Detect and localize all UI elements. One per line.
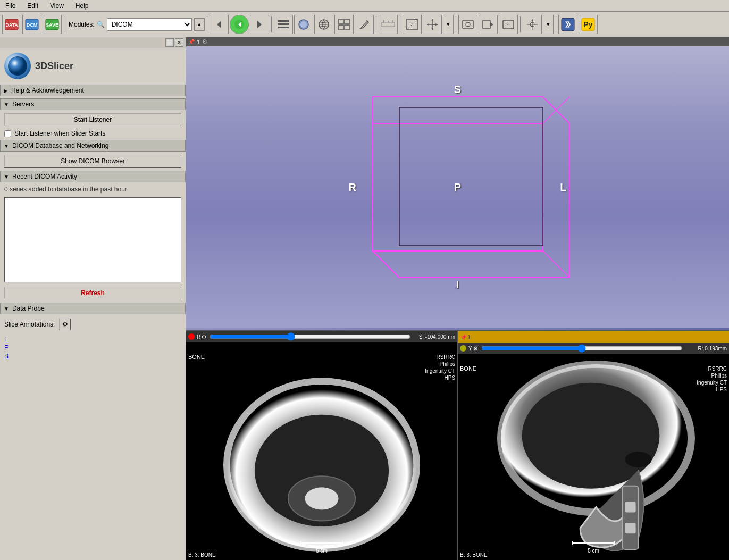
show-dicom-browser-button[interactable]: Show DICOM Browser (4, 155, 181, 168)
svg-text:SAVE: SAVE (46, 22, 58, 28)
lfb-label-b: B (4, 353, 181, 360)
modules-search-icon[interactable]: 🔍 (97, 21, 105, 28)
python-button[interactable]: Py (579, 15, 598, 34)
yellow-scale-bar: 5 cm (572, 540, 615, 554)
wireframe-container: S I R L P (346, 81, 569, 294)
modules-dropdown[interactable]: DICOM Welcome Data Volumes Models Transf… (107, 18, 192, 31)
svg-marker-40 (531, 19, 533, 21)
svg-rect-51 (399, 107, 543, 246)
slice-annotations-row: Slice Annotations: ⚙ (0, 315, 186, 333)
modules-label: Modules: (69, 21, 95, 28)
data-button[interactable]: DATA (2, 15, 21, 34)
svg-rect-16 (339, 19, 343, 24)
svg-marker-9 (257, 21, 262, 28)
svg-rect-10 (278, 20, 289, 22)
slice-annotations-label: Slice Annotations: (4, 321, 55, 328)
nav-forward-button[interactable] (250, 15, 269, 34)
dicom-db-section-title: DICOM Database and Networking (12, 142, 108, 149)
svg-rect-63 (623, 486, 639, 549)
help-section-header[interactable]: ▶ Help & Acknowledgement (0, 85, 186, 96)
separator-2 (207, 16, 207, 32)
data-probe-section-header[interactable]: ▼ Data Probe (0, 303, 186, 314)
volume-button[interactable] (294, 15, 313, 34)
red-slice-r-label: R (197, 334, 200, 340)
refresh-button[interactable]: Refresh (4, 287, 181, 299)
yellow-slice-slider[interactable] (481, 346, 682, 351)
svg-rect-31 (463, 20, 473, 29)
svg-line-49 (543, 251, 569, 278)
svg-text:DATA: DATA (5, 22, 18, 28)
panel-header: ⬜ ✕ (0, 37, 186, 48)
network-button[interactable] (314, 15, 333, 34)
orientation-label-p: P (454, 181, 461, 193)
svg-point-32 (466, 22, 470, 27)
lfb-labels: L F B (0, 333, 186, 362)
red-slice-position: S: -104.000mm (413, 334, 455, 340)
red-slice-gear-icon[interactable]: ⚙ (202, 334, 206, 340)
pen-button[interactable] (355, 15, 374, 34)
crosshair-dropdown[interactable]: ▼ (543, 15, 554, 34)
red-slice-image: RSRRC Philips Ingenuity CT HPS BONE (186, 342, 457, 560)
svg-rect-11 (278, 23, 289, 25)
yellow-slice-gear-icon[interactable]: ⚙ (473, 346, 478, 352)
yellow-header-bar: 📌 1 (458, 331, 729, 343)
svg-line-50 (373, 251, 399, 278)
svg-rect-33 (483, 20, 490, 29)
servers-arrow-icon: ▼ (4, 102, 9, 107)
svg-point-56 (305, 487, 338, 509)
modules-arrow-up[interactable]: ▲ (194, 18, 205, 31)
svg-rect-20 (382, 22, 395, 27)
svg-marker-27 (431, 19, 433, 21)
capture-button[interactable]: SL (499, 15, 518, 34)
yellow-slice-position: R: 0.193mm (684, 346, 727, 352)
nav-back-button[interactable] (230, 15, 249, 34)
screenshot-button[interactable] (458, 15, 477, 34)
dcm-button[interactable]: DCM (22, 15, 41, 34)
list-view-button[interactable] (274, 15, 293, 34)
dicom-db-arrow-icon: ▼ (4, 143, 9, 149)
orientation-label-r: R (349, 181, 356, 193)
orientation-label-i: I (456, 279, 459, 291)
nav-prev-button[interactable] (210, 15, 229, 34)
measure-button[interactable] (379, 15, 398, 34)
window-level-button[interactable] (403, 15, 422, 34)
svg-point-44 (8, 56, 27, 76)
extensions-button[interactable] (558, 15, 577, 34)
menu-help[interactable]: Help (72, 1, 92, 11)
grid-button[interactable] (334, 15, 354, 34)
arrows-button[interactable] (423, 15, 442, 34)
toolbar: DATA DCM SAVE Modules: 🔍 DICOM Welcome D… (0, 12, 729, 37)
menu-file[interactable]: File (2, 1, 19, 11)
right-content: 📌 1 ⚙ (186, 37, 729, 560)
red-slice-header: R ⚙ S: -104.000mm (186, 331, 457, 342)
svg-marker-30 (435, 23, 438, 26)
record-button[interactable] (479, 15, 498, 34)
3d-view-gear-icon[interactable]: ⚙ (202, 38, 207, 45)
crosshair-button[interactable] (523, 15, 542, 34)
data-probe-arrow-icon: ▼ (4, 306, 9, 312)
panel-close-button[interactable]: ✕ (175, 38, 183, 47)
yellow-slice-image: RSRRC Philips Ingenuity CT HPS BONE LY.M (458, 354, 729, 560)
separator-3 (271, 16, 272, 32)
red-scale-bar: 5 cm (300, 540, 343, 554)
servers-section-header[interactable]: ▼ Servers (0, 98, 186, 110)
recent-activity-section-header[interactable]: ▼ Recent DICOM Activity (0, 171, 186, 182)
save-button[interactable]: SAVE (43, 15, 62, 34)
red-slice-view: R ⚙ S: -104.000mm RSRRC Philips Ingenuit… (186, 331, 458, 560)
menu-edit[interactable]: Edit (24, 1, 41, 11)
svg-point-66 (625, 452, 652, 467)
arrows-dropdown[interactable]: ▼ (443, 15, 454, 34)
dicom-db-section-header[interactable]: ▼ DICOM Database and Networking (0, 140, 186, 152)
start-listener-button[interactable]: Start Listener (4, 113, 181, 126)
separator-8 (556, 16, 556, 32)
orientation-label-l: L (560, 181, 566, 193)
start-listener-checkbox[interactable] (4, 130, 11, 137)
menu-view[interactable]: View (47, 1, 67, 11)
svg-marker-6 (217, 21, 221, 28)
svg-marker-28 (431, 28, 433, 30)
start-listener-label: Start Listener when Slicer Starts (14, 130, 105, 137)
red-slice-slider[interactable] (210, 334, 410, 339)
slice-annotations-gear-button[interactable]: ⚙ (59, 319, 71, 330)
svg-text:DCM: DCM (27, 22, 38, 28)
panel-restore-button[interactable]: ⬜ (165, 38, 174, 47)
